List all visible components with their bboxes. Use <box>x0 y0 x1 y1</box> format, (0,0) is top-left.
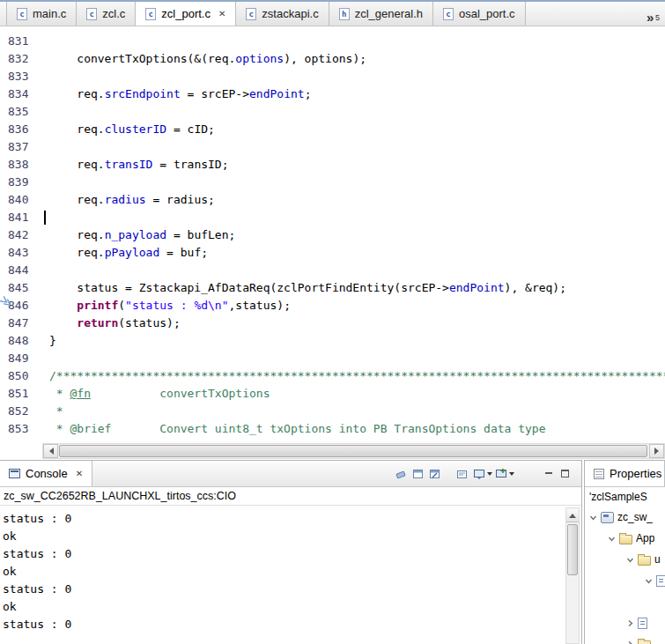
line-number[interactable]: 840 <box>0 191 42 209</box>
console-process-label: zc_sw_CC2652RB_LAUNCHXL_tirtos_ccs:CIO <box>0 487 581 506</box>
properties-selection-label: 'zclSampleS <box>585 487 665 507</box>
line-number[interactable]: 842 <box>0 226 42 244</box>
code-line[interactable]: 843 req.pPayload = buf; <box>0 244 665 262</box>
line-number[interactable]: 849 <box>0 350 42 367</box>
line-number[interactable]: 850 <box>0 367 42 385</box>
hscrollbar-thumb[interactable] <box>59 445 647 457</box>
code-line[interactable]: 837 <box>0 138 665 156</box>
dropdown-arrow-icon[interactable] <box>509 472 514 478</box>
code-line[interactable]: 851 * @fn convertTxOptions <box>0 385 665 403</box>
tree-item[interactable]: App <box>585 528 665 549</box>
scroll-lock-icon[interactable] <box>410 466 426 482</box>
word-wrap-icon[interactable] <box>454 466 470 482</box>
line-number[interactable]: 841 <box>0 209 42 226</box>
open-console-icon[interactable] <box>492 466 509 482</box>
text-caret <box>44 211 46 225</box>
line-number[interactable]: 848 <box>0 332 42 350</box>
code-line[interactable]: 834 req.srcEndpoint = srcEP->endPoint; <box>0 85 665 103</box>
line-number[interactable]: 851 <box>0 385 42 403</box>
code-line[interactable]: 838 req.transID = transID; <box>0 156 665 174</box>
code-line[interactable]: 831 <box>0 33 665 50</box>
code-line[interactable]: 847 return(status); <box>0 315 665 332</box>
ide-window: cmain.cczcl.cczcl_port.c✕czstackapi.chzc… <box>0 0 665 644</box>
line-number[interactable]: 835 <box>0 103 42 121</box>
line-number[interactable]: 843 <box>0 244 42 262</box>
editor-hscrollbar[interactable] <box>0 443 665 459</box>
code-text: req.n_payload = bufLen; <box>42 226 665 244</box>
tree-item[interactable] <box>585 612 665 633</box>
properties-icon <box>594 469 604 479</box>
tree-item[interactable] <box>585 633 665 644</box>
line-number[interactable]: 833 <box>0 68 42 85</box>
code-line[interactable]: 852 * <box>0 403 665 420</box>
line-number[interactable]: 831 <box>0 33 42 50</box>
code-line[interactable]: 845 status = Zstackapi_AfDataReq(zclPort… <box>0 279 665 297</box>
minimize-icon[interactable] <box>541 467 557 481</box>
editor-tab-zcl.c[interactable]: czcl.c <box>77 2 136 26</box>
scroll-up-button[interactable] <box>566 508 579 522</box>
line-number[interactable]: 839 <box>0 174 42 191</box>
chevron-down-icon[interactable] <box>608 535 616 543</box>
chevron-down-icon[interactable] <box>626 556 634 564</box>
editor-tab-zcl_port.c[interactable]: czcl_port.c✕ <box>136 2 236 26</box>
clear-console-icon[interactable] <box>393 466 410 482</box>
close-icon[interactable]: ✕ <box>76 469 83 478</box>
file-icon <box>656 575 665 587</box>
code-line[interactable]: 846 printf("status : %d\n",status); <box>0 297 665 315</box>
console-output-line: status : 0 <box>3 510 581 528</box>
code-line[interactable]: 840 req.radius = radius; <box>0 191 665 209</box>
code-line[interactable]: 835 <box>0 103 665 121</box>
editor-tab-zcl_general.h[interactable]: hzcl_general.h <box>329 2 433 26</box>
code-line[interactable]: 832 convertTxOptions(&(req.options), opt… <box>0 50 665 68</box>
console-icon <box>9 469 20 478</box>
arrow-left-icon <box>46 448 54 455</box>
line-number[interactable]: 834 <box>0 85 42 103</box>
console-output-line: ok <box>3 598 581 616</box>
scroll-right-button[interactable] <box>649 444 664 458</box>
scroll-left-button[interactable] <box>43 444 58 458</box>
editor-tab-osal_port.c[interactable]: cosal_port.c <box>433 2 526 26</box>
line-number[interactable]: 836 <box>0 121 42 138</box>
tab-close-icon[interactable]: ✕ <box>218 9 225 19</box>
tree-item[interactable]: u <box>585 549 665 570</box>
editor-tab-zstackapi.c[interactable]: czstackapi.c <box>236 2 329 26</box>
code-line[interactable]: 836 req.clusterID = cID; <box>0 121 665 138</box>
display-selected-console-icon[interactable] <box>470 466 487 482</box>
tree-item[interactable]: zc_sw_ <box>585 507 665 528</box>
line-number[interactable]: 838 <box>0 156 42 174</box>
tab-properties[interactable]: Properties <box>585 461 665 486</box>
maximize-icon[interactable] <box>557 467 573 481</box>
console-vscrollbar[interactable] <box>565 507 580 644</box>
chevron-right-icon[interactable] <box>626 619 634 627</box>
file-icon <box>638 618 647 629</box>
line-number[interactable]: 832 <box>0 50 42 68</box>
code-line[interactable]: 849 <box>0 350 665 367</box>
tab-console[interactable]: Console ✕ <box>0 461 92 486</box>
line-number[interactable]: 844 <box>0 262 42 279</box>
code-line[interactable]: 839 <box>0 174 665 191</box>
code-line[interactable]: 842 req.n_payload = bufLen; <box>0 226 665 244</box>
console-header: Console ✕ <box>0 461 581 487</box>
vscrollbar-thumb[interactable] <box>567 524 578 575</box>
code-line[interactable]: 853 * @brief Convert uint8_t txOptions i… <box>0 420 665 438</box>
tree-item[interactable] <box>585 570 665 591</box>
code-line[interactable]: 844 <box>0 262 665 279</box>
chevron-down-icon[interactable] <box>645 577 653 585</box>
code-text: return(status); <box>42 315 665 332</box>
line-number[interactable]: 837 <box>0 138 42 156</box>
line-number[interactable]: 847 <box>0 315 42 332</box>
line-number[interactable]: 853 <box>0 420 42 438</box>
console-output[interactable]: status : 0okstatus : 0okstatus : 0okstat… <box>0 506 581 644</box>
hscrollbar-track[interactable] <box>42 443 665 459</box>
code-line[interactable]: 850/************************************… <box>0 367 665 385</box>
code-editor[interactable]: 831832 convertTxOptions(&(req.options), … <box>0 27 665 443</box>
chevron-down-icon[interactable] <box>589 514 597 522</box>
code-line[interactable]: 848} <box>0 332 665 350</box>
code-line[interactable]: 841 <box>0 209 665 226</box>
pin-console-icon[interactable] <box>426 466 443 482</box>
chevron-right-icon[interactable] <box>626 640 634 644</box>
code-line[interactable]: 833 <box>0 68 665 85</box>
line-number[interactable]: 852 <box>0 403 42 420</box>
tab-overflow-chevron[interactable]: » 5 <box>645 2 665 26</box>
editor-tab-main.c[interactable]: cmain.c <box>6 2 77 26</box>
